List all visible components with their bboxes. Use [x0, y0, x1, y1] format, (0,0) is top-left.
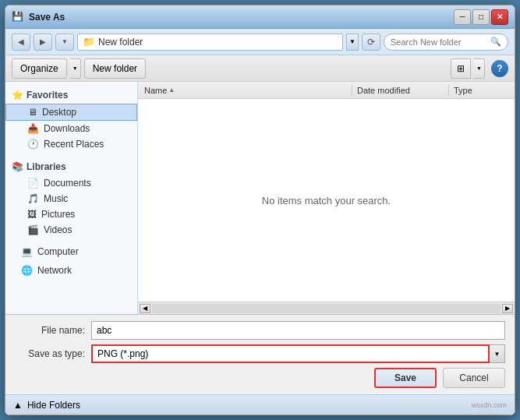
- favorites-icon: ⭐: [12, 90, 23, 101]
- filename-input[interactable]: [91, 321, 505, 340]
- computer-label: Computer: [37, 246, 79, 257]
- filename-row: File name:: [15, 321, 505, 340]
- dialog-icon: 💾: [12, 11, 24, 23]
- file-area: No items match your search.: [138, 99, 515, 302]
- address-path[interactable]: 📁 New folder: [77, 34, 343, 51]
- filename-label: File name:: [15, 325, 85, 336]
- address-dropdown-button[interactable]: ▼: [346, 34, 359, 51]
- libraries-icon: 📚: [12, 161, 23, 172]
- new-folder-button[interactable]: New folder: [84, 58, 146, 79]
- minimize-button[interactable]: ─: [454, 9, 471, 25]
- scroll-track[interactable]: [152, 304, 501, 313]
- savetype-row: Save as type: PNG (*.png) ▼: [15, 344, 505, 363]
- column-headers: Name ▲ Date modified Type: [138, 82, 515, 99]
- documents-label: Documents: [44, 178, 91, 189]
- save-as-dialog: 💾 Save As ─ □ ✕ ◀ ▶ ▼ 📁 New folder ▼ ⟳ 🔍…: [5, 5, 515, 415]
- search-input[interactable]: [391, 37, 487, 47]
- empty-message: No items match your search.: [262, 195, 391, 206]
- recent-places-label: Recent Places: [44, 139, 104, 150]
- file-list: Name ▲ Date modified Type No items match…: [138, 82, 515, 314]
- col-name-label: Name: [144, 86, 167, 95]
- watermark: wsxdn.com: [472, 401, 507, 409]
- organize-button[interactable]: Organize: [12, 58, 67, 79]
- view-icon: ⊞: [457, 63, 465, 74]
- path-text: New folder: [98, 37, 143, 48]
- organize-label: Organize: [20, 63, 58, 74]
- libraries-header[interactable]: 📚 Libraries: [5, 158, 137, 175]
- path-folder-icon: 📁: [83, 36, 95, 48]
- savetype-container: PNG (*.png) ▼: [91, 344, 505, 363]
- sidebar-item-downloads[interactable]: 📥 Downloads: [5, 121, 137, 136]
- maximize-button[interactable]: □: [472, 9, 490, 25]
- videos-icon: 🎬: [27, 224, 39, 235]
- sidebar: ⭐ Favorites 🖥 Desktop 📥 Downloads 🕐 Rece…: [5, 82, 138, 314]
- organize-dropdown[interactable]: ▼: [70, 58, 81, 79]
- sidebar-item-computer[interactable]: 💻 Computer: [5, 244, 137, 259]
- favorites-header[interactable]: ⭐ Favorites: [5, 86, 137, 104]
- scroll-left-button[interactable]: ◀: [140, 304, 150, 313]
- forward-button[interactable]: ▶: [34, 34, 52, 51]
- cancel-button[interactable]: Cancel: [443, 368, 505, 388]
- address-bar: ◀ ▶ ▼ 📁 New folder ▼ ⟳ 🔍: [5, 29, 515, 55]
- back-button[interactable]: ◀: [12, 34, 30, 51]
- network-icon: 🌐: [21, 265, 33, 276]
- savetype-dropdown-arrow[interactable]: ▼: [490, 344, 505, 363]
- form-area: File name: Save as type: PNG (*.png) ▼ S…: [5, 314, 515, 394]
- sidebar-item-music[interactable]: 🎵 Music: [5, 191, 137, 206]
- refresh-button[interactable]: ⟳: [362, 34, 380, 51]
- sort-indicator: ▲: [168, 86, 175, 94]
- save-button[interactable]: Save: [374, 368, 437, 388]
- dropdown-button[interactable]: ▼: [55, 34, 74, 51]
- desktop-label: Desktop: [42, 107, 76, 118]
- downloads-icon: 📥: [27, 123, 39, 134]
- sidebar-item-network[interactable]: 🌐 Network: [5, 263, 137, 278]
- main-content: ⭐ Favorites 🖥 Desktop 📥 Downloads 🕐 Rece…: [5, 82, 515, 314]
- libraries-label: Libraries: [27, 161, 66, 172]
- sidebar-item-recent-places[interactable]: 🕐 Recent Places: [5, 136, 137, 152]
- favorites-label: Favorites: [27, 90, 68, 101]
- pictures-icon: 🖼: [27, 209, 37, 220]
- col-type-label: Type: [454, 86, 472, 95]
- buttons-row: Save Cancel: [15, 368, 505, 388]
- dialog-title: Save As: [29, 12, 454, 23]
- hide-folders-bar[interactable]: ▲ Hide Folders wsxdn.com: [5, 394, 515, 415]
- pictures-label: Pictures: [41, 209, 75, 220]
- sidebar-item-documents[interactable]: 📄 Documents: [5, 175, 137, 191]
- search-icon: 🔍: [490, 37, 501, 47]
- horizontal-scrollbar[interactable]: ◀ ▶: [138, 302, 515, 314]
- view-button[interactable]: ⊞: [451, 58, 471, 79]
- downloads-label: Downloads: [44, 123, 90, 134]
- search-box[interactable]: 🔍: [384, 34, 508, 51]
- computer-icon: 💻: [21, 246, 33, 257]
- title-bar: 💾 Save As ─ □ ✕: [5, 5, 515, 29]
- toolbar: Organize ▼ New folder ⊞ ▼ ?: [5, 55, 515, 82]
- sidebar-item-pictures[interactable]: 🖼 Pictures: [5, 206, 137, 222]
- help-button[interactable]: ?: [491, 60, 508, 77]
- new-folder-label: New folder: [93, 63, 137, 74]
- window-controls: ─ □ ✕: [454, 9, 508, 25]
- documents-icon: 📄: [27, 178, 39, 189]
- hide-folders-icon: ▲: [13, 400, 23, 411]
- music-label: Music: [44, 193, 68, 204]
- savetype-label: Save as type:: [15, 348, 85, 359]
- scroll-right-button[interactable]: ▶: [502, 304, 513, 313]
- view-dropdown-button[interactable]: ▼: [474, 58, 485, 79]
- close-button[interactable]: ✕: [491, 9, 508, 25]
- recent-places-icon: 🕐: [27, 139, 39, 150]
- music-icon: 🎵: [27, 193, 39, 204]
- desktop-icon: 🖥: [28, 107, 37, 118]
- col-date-label: Date modified: [357, 86, 410, 95]
- sidebar-item-desktop[interactable]: 🖥 Desktop: [5, 104, 137, 121]
- network-label: Network: [37, 265, 72, 276]
- savetype-select[interactable]: PNG (*.png): [91, 344, 490, 363]
- videos-label: Videos: [44, 224, 72, 235]
- sidebar-item-videos[interactable]: 🎬 Videos: [5, 222, 137, 238]
- hide-folders-label: Hide Folders: [27, 400, 80, 411]
